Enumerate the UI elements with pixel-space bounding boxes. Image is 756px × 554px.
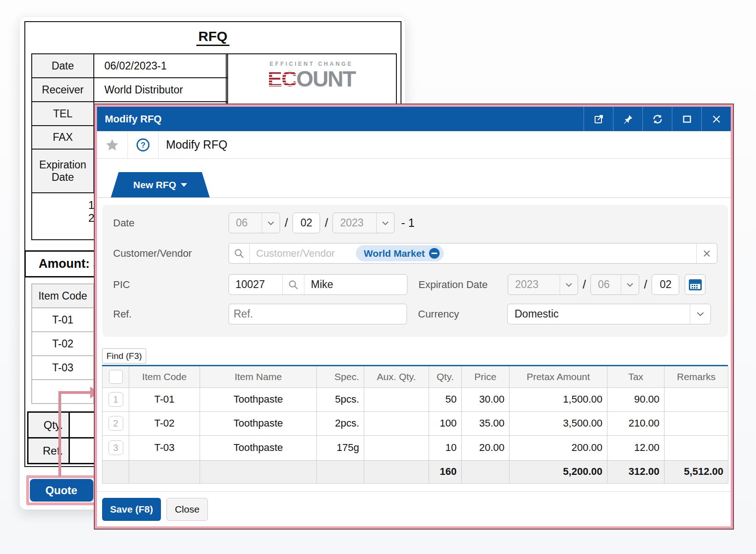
customer-search-button[interactable] bbox=[229, 243, 250, 263]
table-header-row: Item Code Item Name Spec. Aux. Qty. Qty.… bbox=[103, 366, 728, 387]
doc-label-tel: TEL bbox=[32, 102, 94, 126]
ref-input[interactable] bbox=[229, 304, 407, 324]
totals-row: 160 5,200.00 312.00 5,512.00 bbox=[103, 460, 728, 483]
close-dialog-button[interactable] bbox=[701, 107, 731, 131]
refresh-button[interactable] bbox=[642, 107, 672, 131]
cell-price[interactable]: 30.00 bbox=[462, 387, 510, 411]
customer-tag[interactable]: World Market bbox=[356, 245, 444, 261]
cell-price[interactable]: 20.00 bbox=[462, 435, 510, 460]
favorite-button[interactable] bbox=[97, 131, 128, 158]
svg-text:?: ? bbox=[141, 140, 146, 150]
tab-row: New RFQ bbox=[97, 159, 731, 198]
doc-item-code-1: T-01 bbox=[32, 308, 94, 332]
doc-item-code-header: Item Code bbox=[32, 284, 94, 308]
cell-remarks[interactable] bbox=[664, 435, 728, 460]
cell-pretax[interactable]: 1,500.00 bbox=[510, 387, 607, 411]
logo-wordmark: ECOUNT bbox=[227, 67, 396, 92]
cell-pretax[interactable]: 200.00 bbox=[510, 435, 607, 460]
cell-aux-qty[interactable] bbox=[364, 435, 429, 460]
table-row[interactable]: 3 T-03 Toothpaste 175g 10 20.00 200.00 1… bbox=[103, 435, 728, 460]
pic-code-input[interactable] bbox=[229, 275, 282, 294]
pin-button[interactable] bbox=[613, 107, 642, 131]
total-qty: 160 bbox=[429, 460, 462, 483]
pic-search-button[interactable] bbox=[282, 275, 304, 294]
ref-label: Ref. bbox=[113, 308, 229, 320]
quote-button[interactable]: Quote bbox=[30, 479, 93, 502]
page: RFQ Date06/02/2023-1 ReceiverWorld Distr… bbox=[0, 0, 756, 554]
customer-vendor-input[interactable] bbox=[250, 248, 353, 260]
cell-spec[interactable]: 175g bbox=[317, 435, 364, 460]
close-button[interactable]: Close bbox=[166, 498, 208, 521]
calendar-picker-button[interactable] bbox=[685, 274, 705, 295]
maximize-button[interactable] bbox=[672, 107, 701, 131]
cell-item-name[interactable]: Toothpaste bbox=[200, 411, 317, 435]
select-all-header bbox=[103, 366, 129, 387]
find-button[interactable]: Find (F3) bbox=[102, 348, 146, 364]
doc-value-date: 06/02/2023-1 bbox=[94, 54, 228, 78]
search-icon bbox=[234, 248, 245, 259]
date-year-select[interactable]: 2023 bbox=[332, 213, 395, 233]
date-row: Date 06 / / 2023 - 1 bbox=[113, 213, 719, 233]
cell-pretax[interactable]: 3,500.00 bbox=[510, 411, 607, 435]
cell-item-code[interactable]: T-03 bbox=[129, 435, 200, 460]
pic-name-input[interactable] bbox=[304, 275, 407, 294]
save-button[interactable]: Save (F8) bbox=[102, 498, 161, 521]
chevron-down-icon bbox=[262, 213, 280, 233]
maximize-icon bbox=[682, 114, 692, 124]
date-separator: / bbox=[285, 216, 288, 230]
expiration-day-input[interactable] bbox=[652, 274, 679, 295]
col-tax: Tax bbox=[607, 366, 664, 387]
chevron-down-icon bbox=[690, 304, 710, 324]
cell-item-name[interactable]: Toothpaste bbox=[200, 435, 317, 460]
cell-qty[interactable]: 10 bbox=[429, 435, 462, 460]
cell-tax[interactable]: 90.00 bbox=[607, 387, 664, 411]
doc-qty-label: Qty. bbox=[28, 412, 69, 438]
clear-customer-button[interactable] bbox=[696, 243, 717, 263]
tab-new-rfq[interactable]: New RFQ bbox=[111, 172, 210, 197]
cell-qty[interactable]: 100 bbox=[429, 411, 462, 435]
date-sequence-suffix: - 1 bbox=[401, 216, 414, 230]
cell-remarks[interactable] bbox=[664, 411, 728, 435]
action-bar: Save (F8) Close bbox=[102, 498, 208, 521]
date-day-input[interactable] bbox=[292, 213, 320, 233]
select-all-checkbox[interactable] bbox=[109, 370, 123, 384]
date-year-value: 2023 bbox=[333, 213, 376, 233]
cell-qty[interactable]: 50 bbox=[429, 387, 462, 411]
expiration-month-select[interactable]: 06 bbox=[590, 274, 639, 295]
row-number: 2 bbox=[109, 416, 123, 431]
date-separator: / bbox=[644, 277, 647, 292]
doc-item-code-2: T-02 bbox=[32, 332, 94, 356]
help-button[interactable]: ? bbox=[128, 131, 159, 158]
cell-aux-qty[interactable] bbox=[364, 387, 429, 411]
date-month-select[interactable]: 06 bbox=[229, 213, 280, 233]
document-title: RFQ bbox=[25, 29, 401, 44]
col-item-code: Item Code bbox=[129, 366, 200, 387]
cell-aux-qty[interactable] bbox=[364, 411, 429, 435]
date-separator: / bbox=[583, 277, 586, 292]
table-row[interactable]: 1 T-01 Toothpaste 5pcs. 50 30.00 1,500.0… bbox=[103, 387, 728, 411]
footer-divider bbox=[97, 491, 731, 492]
cell-tax[interactable]: 12.00 bbox=[607, 435, 664, 460]
doc-item-code-3: T-03 bbox=[32, 356, 94, 380]
currency-select[interactable]: Domestic bbox=[507, 304, 711, 324]
cell-remarks[interactable] bbox=[664, 387, 728, 411]
logo-tagline: EFFICIENT CHANGE bbox=[227, 61, 396, 67]
table-row[interactable]: 2 T-02 Toothpaste 2pcs. 100 35.00 3,500.… bbox=[103, 411, 728, 435]
cell-item-name[interactable]: Toothpaste bbox=[200, 387, 317, 411]
expiration-year-select[interactable]: 2023 bbox=[508, 274, 578, 295]
doc-ref-label: Ref. bbox=[28, 438, 69, 464]
pin-icon bbox=[623, 114, 633, 124]
ref-row: Ref. Currency Domestic bbox=[113, 304, 719, 324]
chevron-down-icon bbox=[181, 183, 187, 187]
pic-row: PIC Expiration Date 2023 / 06 bbox=[113, 274, 719, 295]
cell-item-code[interactable]: T-02 bbox=[129, 411, 200, 435]
remove-tag-icon[interactable] bbox=[429, 248, 440, 259]
cell-tax[interactable]: 210.00 bbox=[607, 411, 664, 435]
col-aux-qty: Aux. Qty. bbox=[364, 366, 429, 387]
cell-spec[interactable]: 5pcs. bbox=[317, 387, 364, 411]
cell-price[interactable]: 35.00 bbox=[462, 411, 510, 435]
doc-label-receiver: Receiver bbox=[32, 78, 94, 102]
cell-spec[interactable]: 2pcs. bbox=[317, 411, 364, 435]
open-new-window-button[interactable] bbox=[584, 107, 613, 131]
cell-item-code[interactable]: T-01 bbox=[129, 387, 200, 411]
